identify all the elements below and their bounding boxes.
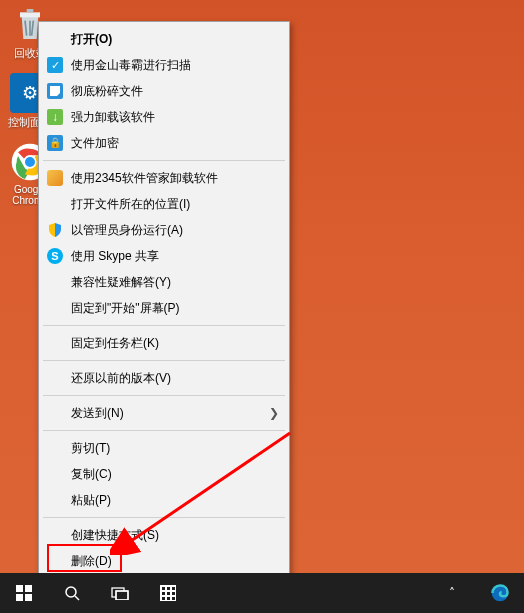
menu-separator: [43, 325, 285, 326]
menu-item-run-admin[interactable]: 以管理员身份运行(A): [41, 217, 287, 243]
edge-icon: [490, 583, 510, 603]
menu-item-label: 使用2345软件管家卸载软件: [71, 170, 218, 187]
svg-rect-11: [116, 591, 128, 600]
menu-item-paste[interactable]: 粘贴(P): [41, 487, 287, 513]
taskbar-search-button[interactable]: [48, 573, 96, 613]
windows-logo-icon: [16, 585, 32, 601]
menu-item-label: 还原以前的版本(V): [71, 370, 171, 387]
menu-item-shred-file[interactable]: 彻底粉碎文件: [41, 78, 287, 104]
menu-item-label: 使用 Skype 共享: [71, 248, 159, 265]
menu-item-force-uninstall[interactable]: 强力卸载该软件: [41, 104, 287, 130]
context-menu: 打开(O) 使用金山毒霸进行扫描 彻底粉碎文件 强力卸载该软件 文件加密 使用2…: [38, 21, 290, 613]
svg-rect-6: [16, 594, 23, 601]
menu-item-label: 强力卸载该软件: [71, 109, 155, 126]
taskbar-tray-button[interactable]: ˄: [428, 573, 476, 613]
software-2345-icon: [47, 170, 63, 186]
menu-item-open[interactable]: 打开(O): [41, 26, 287, 52]
svg-rect-4: [16, 585, 23, 592]
menu-separator: [43, 395, 285, 396]
start-button[interactable]: [0, 573, 48, 613]
menu-item-pin-start[interactable]: 固定到"开始"屏幕(P): [41, 295, 287, 321]
menu-separator: [43, 160, 285, 161]
taskbar-apps-button[interactable]: [144, 573, 192, 613]
svg-rect-7: [25, 594, 32, 601]
search-icon: [64, 585, 80, 601]
svg-line-9: [75, 596, 79, 600]
menu-item-label: 固定到"开始"屏幕(P): [71, 300, 180, 317]
menu-item-open-location[interactable]: 打开文件所在的位置(I): [41, 191, 287, 217]
menu-item-create-shortcut[interactable]: 创建快捷方式(S): [41, 522, 287, 548]
taskbar: ˄: [0, 573, 524, 613]
taskbar-edge-button[interactable]: [476, 573, 524, 613]
menu-separator: [43, 430, 285, 431]
menu-item-jinshan-scan[interactable]: 使用金山毒霸进行扫描: [41, 52, 287, 78]
menu-item-label: 固定到任务栏(K): [71, 335, 159, 352]
task-view-icon: [111, 586, 129, 600]
menu-separator: [43, 360, 285, 361]
menu-item-copy[interactable]: 复制(C): [41, 461, 287, 487]
menu-item-restore-previous[interactable]: 还原以前的版本(V): [41, 365, 287, 391]
menu-item-label: 打开(O): [71, 31, 112, 48]
menu-item-label: 使用金山毒霸进行扫描: [71, 57, 191, 74]
shred-icon: [47, 83, 63, 99]
menu-item-compat-troubleshoot[interactable]: 兼容性疑难解答(Y): [41, 269, 287, 295]
menu-item-delete[interactable]: 删除(D): [41, 548, 287, 574]
menu-item-label: 删除(D): [71, 553, 112, 570]
menu-item-2345-uninstall[interactable]: 使用2345软件管家卸载软件: [41, 165, 287, 191]
task-view-button[interactable]: [96, 573, 144, 613]
menu-item-label: 兼容性疑难解答(Y): [71, 274, 171, 291]
menu-item-send-to[interactable]: 发送到(N) ❯: [41, 400, 287, 426]
menu-item-cut[interactable]: 剪切(T): [41, 435, 287, 461]
menu-item-skype-share[interactable]: 使用 Skype 共享: [41, 243, 287, 269]
jinshan-scan-icon: [47, 57, 63, 73]
menu-item-label: 以管理员身份运行(A): [71, 222, 183, 239]
apps-grid-icon: [160, 585, 176, 601]
shield-icon: [47, 222, 63, 238]
menu-item-label: 打开文件所在的位置(I): [71, 196, 190, 213]
menu-item-label: 粘贴(P): [71, 492, 111, 509]
skype-icon: [47, 248, 63, 264]
svg-point-8: [66, 587, 76, 597]
menu-item-pin-taskbar[interactable]: 固定到任务栏(K): [41, 330, 287, 356]
menu-item-label: 文件加密: [71, 135, 119, 152]
menu-item-label: 复制(C): [71, 466, 112, 483]
svg-rect-5: [25, 585, 32, 592]
chevron-right-icon: ❯: [269, 406, 279, 420]
menu-item-label: 彻底粉碎文件: [71, 83, 143, 100]
menu-item-label: 剪切(T): [71, 440, 110, 457]
menu-separator: [43, 517, 285, 518]
uninstall-icon: [47, 109, 63, 125]
menu-item-encrypt[interactable]: 文件加密: [41, 130, 287, 156]
menu-item-label: 创建快捷方式(S): [71, 527, 159, 544]
chevron-up-icon: ˄: [449, 586, 455, 600]
encrypt-icon: [47, 135, 63, 151]
menu-item-label: 发送到(N): [71, 405, 124, 422]
